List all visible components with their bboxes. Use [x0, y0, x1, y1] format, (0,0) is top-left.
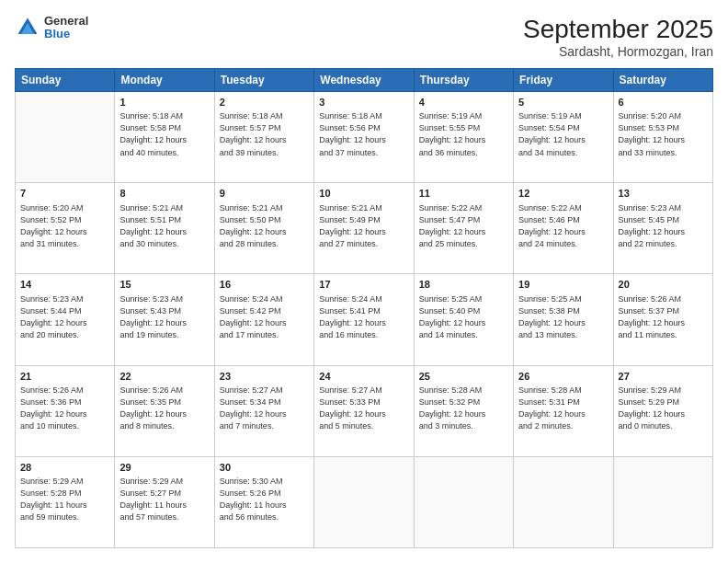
calendar-cell: 1Sunrise: 5:18 AM Sunset: 5:58 PM Daylig… — [115, 92, 214, 183]
weekday-friday: Friday — [514, 69, 613, 92]
calendar-cell: 5Sunrise: 5:19 AM Sunset: 5:54 PM Daylig… — [514, 92, 613, 183]
logo-blue: Blue — [44, 28, 88, 40]
weekday-thursday: Thursday — [414, 69, 513, 92]
day-number: 29 — [119, 461, 209, 475]
calendar-cell: 8Sunrise: 5:21 AM Sunset: 5:51 PM Daylig… — [115, 183, 214, 274]
weekday-header-row: SundayMondayTuesdayWednesdayThursdayFrid… — [16, 69, 713, 92]
calendar-cell: 30Sunrise: 5:30 AM Sunset: 5:26 PM Dayli… — [214, 456, 313, 547]
calendar-cell — [514, 456, 613, 547]
day-number: 28 — [20, 461, 109, 475]
page: General Blue September 2025 Sardasht, Ho… — [0, 0, 728, 563]
calendar-cell — [16, 92, 115, 183]
day-number: 1 — [119, 96, 209, 109]
calendar-cell: 2Sunrise: 5:18 AM Sunset: 5:57 PM Daylig… — [214, 92, 313, 183]
calendar-cell: 25Sunrise: 5:28 AM Sunset: 5:32 PM Dayli… — [414, 365, 513, 456]
day-number: 30 — [220, 461, 309, 475]
weekday-monday: Monday — [115, 69, 214, 92]
day-number: 26 — [518, 370, 608, 384]
day-number: 9 — [220, 187, 309, 201]
day-number: 5 — [518, 96, 608, 109]
header: General Blue September 2025 Sardasht, Ho… — [15, 15, 713, 59]
day-number: 13 — [619, 187, 708, 201]
day-number: 17 — [319, 278, 408, 292]
calendar-cell — [613, 456, 712, 547]
day-info: Sunrise: 5:21 AM Sunset: 5:49 PM Dayligh… — [319, 202, 408, 250]
week-row-4: 21Sunrise: 5:26 AM Sunset: 5:36 PM Dayli… — [16, 365, 713, 456]
logo: General Blue — [15, 15, 88, 41]
day-number: 19 — [518, 278, 608, 292]
calendar-cell: 18Sunrise: 5:25 AM Sunset: 5:40 PM Dayli… — [414, 274, 513, 365]
day-info: Sunrise: 5:30 AM Sunset: 5:26 PM Dayligh… — [220, 476, 309, 523]
calendar-cell: 26Sunrise: 5:28 AM Sunset: 5:31 PM Dayli… — [514, 365, 613, 456]
day-info: Sunrise: 5:20 AM Sunset: 5:53 PM Dayligh… — [619, 110, 708, 158]
calendar: SundayMondayTuesdayWednesdayThursdayFrid… — [15, 68, 713, 548]
day-info: Sunrise: 5:27 AM Sunset: 5:34 PM Dayligh… — [220, 385, 309, 432]
day-info: Sunrise: 5:18 AM Sunset: 5:57 PM Dayligh… — [220, 110, 309, 158]
calendar-cell: 6Sunrise: 5:20 AM Sunset: 5:53 PM Daylig… — [613, 92, 712, 183]
day-number: 3 — [319, 96, 408, 109]
day-number: 22 — [119, 370, 209, 384]
day-info: Sunrise: 5:18 AM Sunset: 5:58 PM Dayligh… — [119, 110, 209, 158]
day-info: Sunrise: 5:19 AM Sunset: 5:54 PM Dayligh… — [518, 110, 608, 158]
logo-general: General — [44, 15, 88, 28]
day-info: Sunrise: 5:28 AM Sunset: 5:31 PM Dayligh… — [518, 385, 608, 432]
calendar-cell: 7Sunrise: 5:20 AM Sunset: 5:52 PM Daylig… — [16, 183, 115, 274]
day-number: 8 — [119, 187, 209, 201]
weekday-sunday: Sunday — [16, 69, 115, 92]
calendar-cell: 20Sunrise: 5:26 AM Sunset: 5:37 PM Dayli… — [613, 274, 712, 365]
calendar-cell: 24Sunrise: 5:27 AM Sunset: 5:33 PM Dayli… — [314, 365, 414, 456]
calendar-cell: 17Sunrise: 5:24 AM Sunset: 5:41 PM Dayli… — [314, 274, 414, 365]
day-info: Sunrise: 5:27 AM Sunset: 5:33 PM Dayligh… — [319, 385, 408, 432]
day-info: Sunrise: 5:25 AM Sunset: 5:38 PM Dayligh… — [518, 293, 608, 341]
week-row-2: 7Sunrise: 5:20 AM Sunset: 5:52 PM Daylig… — [16, 183, 713, 274]
calendar-cell: 22Sunrise: 5:26 AM Sunset: 5:35 PM Dayli… — [115, 365, 214, 456]
calendar-cell — [314, 456, 414, 547]
day-number: 15 — [119, 278, 209, 292]
calendar-cell — [414, 456, 513, 547]
day-info: Sunrise: 5:23 AM Sunset: 5:43 PM Dayligh… — [119, 293, 209, 341]
calendar-cell: 14Sunrise: 5:23 AM Sunset: 5:44 PM Dayli… — [16, 274, 115, 365]
day-number: 16 — [220, 278, 309, 292]
day-number: 6 — [619, 96, 708, 109]
weekday-saturday: Saturday — [613, 69, 712, 92]
month-title: September 2025 — [523, 15, 713, 44]
day-number: 14 — [20, 278, 109, 292]
calendar-cell: 10Sunrise: 5:21 AM Sunset: 5:49 PM Dayli… — [314, 183, 414, 274]
day-number: 18 — [419, 278, 508, 292]
day-number: 21 — [20, 370, 109, 384]
day-info: Sunrise: 5:29 AM Sunset: 5:28 PM Dayligh… — [20, 476, 109, 523]
day-number: 23 — [220, 370, 309, 384]
day-info: Sunrise: 5:29 AM Sunset: 5:29 PM Dayligh… — [619, 385, 708, 432]
day-number: 7 — [20, 187, 109, 201]
calendar-cell: 21Sunrise: 5:26 AM Sunset: 5:36 PM Dayli… — [16, 365, 115, 456]
day-number: 25 — [419, 370, 508, 384]
calendar-cell: 16Sunrise: 5:24 AM Sunset: 5:42 PM Dayli… — [214, 274, 313, 365]
calendar-cell: 3Sunrise: 5:18 AM Sunset: 5:56 PM Daylig… — [314, 92, 414, 183]
day-info: Sunrise: 5:23 AM Sunset: 5:45 PM Dayligh… — [619, 202, 708, 250]
day-number: 4 — [419, 96, 508, 109]
day-info: Sunrise: 5:20 AM Sunset: 5:52 PM Dayligh… — [20, 202, 109, 250]
week-row-1: 1Sunrise: 5:18 AM Sunset: 5:58 PM Daylig… — [16, 92, 713, 183]
subtitle: Sardasht, Hormozgan, Iran — [523, 44, 713, 59]
day-info: Sunrise: 5:19 AM Sunset: 5:55 PM Dayligh… — [419, 110, 508, 158]
day-number: 27 — [619, 370, 708, 384]
logo-icon — [15, 15, 40, 40]
week-row-5: 28Sunrise: 5:29 AM Sunset: 5:28 PM Dayli… — [16, 456, 713, 547]
calendar-cell: 27Sunrise: 5:29 AM Sunset: 5:29 PM Dayli… — [613, 365, 712, 456]
day-info: Sunrise: 5:26 AM Sunset: 5:36 PM Dayligh… — [20, 385, 109, 432]
calendar-cell: 28Sunrise: 5:29 AM Sunset: 5:28 PM Dayli… — [16, 456, 115, 547]
calendar-cell: 23Sunrise: 5:27 AM Sunset: 5:34 PM Dayli… — [214, 365, 313, 456]
calendar-cell: 9Sunrise: 5:21 AM Sunset: 5:50 PM Daylig… — [214, 183, 313, 274]
day-info: Sunrise: 5:22 AM Sunset: 5:46 PM Dayligh… — [518, 202, 608, 250]
day-info: Sunrise: 5:26 AM Sunset: 5:37 PM Dayligh… — [619, 293, 708, 341]
day-number: 24 — [319, 370, 408, 384]
day-info: Sunrise: 5:25 AM Sunset: 5:40 PM Dayligh… — [419, 293, 508, 341]
title-block: September 2025 Sardasht, Hormozgan, Iran — [523, 15, 713, 59]
day-info: Sunrise: 5:28 AM Sunset: 5:32 PM Dayligh… — [419, 385, 508, 432]
day-info: Sunrise: 5:21 AM Sunset: 5:51 PM Dayligh… — [119, 202, 209, 250]
calendar-cell: 19Sunrise: 5:25 AM Sunset: 5:38 PM Dayli… — [514, 274, 613, 365]
week-row-3: 14Sunrise: 5:23 AM Sunset: 5:44 PM Dayli… — [16, 274, 713, 365]
day-info: Sunrise: 5:23 AM Sunset: 5:44 PM Dayligh… — [20, 293, 109, 341]
day-number: 10 — [319, 187, 408, 201]
logo-text: General Blue — [44, 15, 88, 41]
